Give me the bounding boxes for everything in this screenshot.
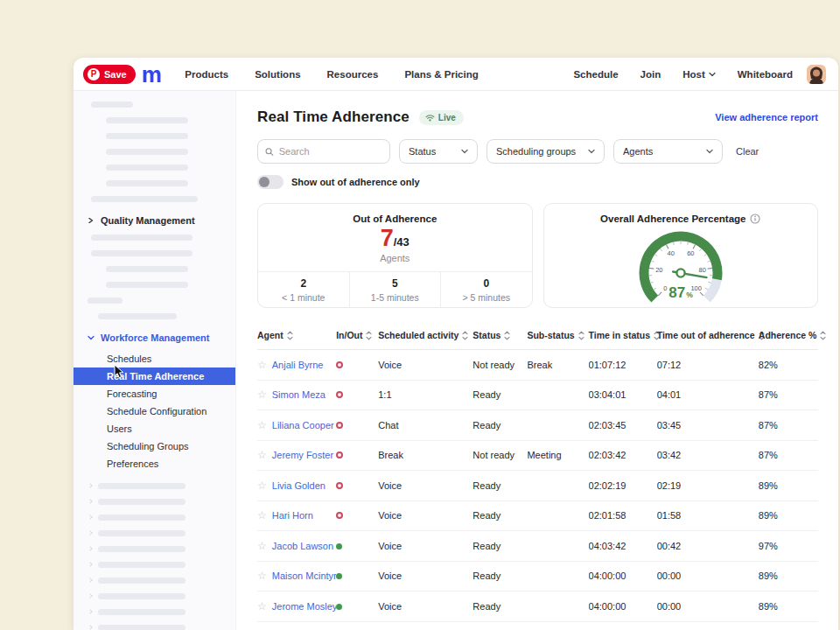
pinterest-save-button[interactable]: P Save <box>83 65 136 84</box>
column-header-label: Sub-status <box>527 330 574 340</box>
status-cell: Ready <box>472 561 527 592</box>
star-icon[interactable]: ☆ <box>257 480 267 491</box>
column-header-status[interactable]: Status <box>472 323 527 350</box>
in-adherence-dot <box>336 604 342 610</box>
agent-name-link[interactable]: Livia Golden <box>272 480 326 491</box>
time-in-status-cell: 02:03:45 <box>589 410 657 441</box>
status-cell: Ready <box>472 410 527 441</box>
star-icon[interactable]: ☆ <box>257 570 267 581</box>
status-dropdown[interactable]: Status <box>399 139 478 164</box>
agent-name-link[interactable]: Liliana Cooper <box>272 420 334 430</box>
nav-link-products[interactable]: Products <box>185 69 228 80</box>
status-cell: Ready <box>472 621 527 630</box>
primary-nav: ProductsSolutionsResourcesPlans & Pricin… <box>185 69 478 80</box>
in-out-cell <box>336 471 378 501</box>
star-icon[interactable]: ☆ <box>257 450 267 460</box>
star-icon[interactable]: ☆ <box>257 541 267 551</box>
sidebar-placeholder-bar <box>98 546 186 552</box>
clear-filters-button[interactable]: Clear <box>736 146 759 157</box>
agent-cell-wrapper: ☆Livia Golden <box>257 471 336 501</box>
out-of-adherence-toggle[interactable] <box>257 175 284 189</box>
sidebar-item-real-time-adherence[interactable]: Real Time Adherence <box>74 368 235 385</box>
dropdown-value: Status <box>409 146 436 157</box>
scheduled-activity-cell: Voice <box>378 500 472 531</box>
column-header-label: Adherence % <box>759 330 817 340</box>
scheduled-activity-cell: Chat <box>378 410 472 441</box>
agent-cell: ☆Jerome Mosley <box>257 601 331 612</box>
column-header-agent[interactable]: Agent <box>257 323 336 350</box>
brand-logo[interactable]: m <box>142 66 161 83</box>
column-header-inner: Adherence % <box>759 330 827 340</box>
column-header-sub-status[interactable]: Sub-status <box>527 323 588 350</box>
search-input-wrapper <box>257 139 390 164</box>
agent-name-link[interactable]: Jerome Mosley <box>272 601 336 612</box>
agent-name-link[interactable]: Maison Mcintyre <box>272 570 336 581</box>
sidebar-item-workforce-management[interactable]: Workforce Management <box>74 329 235 346</box>
sort-arrows-icon <box>820 331 826 340</box>
sidebar-item-quality-management[interactable]: Quality Management <box>74 212 235 229</box>
agent-name-link[interactable]: Simon Meza <box>272 389 326 400</box>
sidebar-placeholder-chevron <box>88 530 93 536</box>
out-of-adherence-dot <box>336 512 343 519</box>
column-header-adherence[interactable]: Adherence % <box>759 323 818 350</box>
column-header-label: In/Out <box>336 330 362 340</box>
info-icon[interactable] <box>750 214 760 224</box>
nav-link-resources[interactable]: Resources <box>327 69 379 80</box>
sidebar-placeholder-bar <box>106 149 188 155</box>
gauge-card-title: Overall Adherence Percentage <box>544 214 818 224</box>
sidebar-item-scheduling-groups[interactable]: Scheduling Groups <box>74 438 235 455</box>
table-row: ☆Maison McintyreVoiceReady04:00:0000:008… <box>257 561 818 592</box>
agent-name-link[interactable]: Jacob Lawson <box>272 541 333 551</box>
adherence-cell: 82% <box>759 350 818 381</box>
column-header-time-in-status[interactable]: Time in status <box>589 323 657 350</box>
nav-link-host[interactable]: Host <box>682 69 716 80</box>
star-icon[interactable]: ☆ <box>257 510 267 521</box>
sidebar-item-schedule-configuration[interactable]: Schedule Configuration <box>74 402 235 420</box>
table-row: ☆Simon Meza1:1Ready03:04:0104:0187% <box>257 380 818 410</box>
scheduling-groups-dropdown[interactable]: Scheduling groups <box>486 139 605 164</box>
sort-arrows-icon <box>366 331 372 340</box>
avatar[interactable] <box>807 65 826 84</box>
search-input[interactable] <box>279 146 382 157</box>
sidebar-item-users[interactable]: Users <box>74 420 235 438</box>
star-icon[interactable]: ☆ <box>257 389 267 400</box>
agent-name-link[interactable]: Anjali Byrne <box>272 360 324 370</box>
dropdown-value: Scheduling groups <box>496 146 576 157</box>
star-icon[interactable]: ☆ <box>257 360 267 370</box>
adherence-cell: 97% <box>759 531 818 562</box>
column-header-time-out-of-adherence[interactable]: Time out of adherence <box>657 323 759 350</box>
out-stat-5-minutes: 0> 5 minutes <box>440 272 532 308</box>
nav-link-solutions[interactable]: Solutions <box>255 69 300 80</box>
sub-status-cell <box>527 380 588 410</box>
live-badge-label: Live <box>438 113 456 122</box>
view-adherence-report-link[interactable]: View adherence report <box>715 112 818 122</box>
agents-dropdown[interactable]: Agents <box>613 139 723 164</box>
column-header-label: Status <box>472 330 500 340</box>
star-icon[interactable]: ☆ <box>257 420 267 430</box>
adherence-cell: 89% <box>759 471 818 501</box>
agent-name-link[interactable]: Hari Horn <box>272 510 313 521</box>
sidebar-placeholder-chevron <box>88 514 93 520</box>
agent-cell-wrapper: ☆Jerome Mosley <box>257 592 336 622</box>
sidebar-item-schedules[interactable]: Schedules <box>74 350 235 368</box>
nav-link-plans-pricing[interactable]: Plans & Pricing <box>404 69 478 80</box>
column-header-in-out[interactable]: In/Out <box>336 323 378 350</box>
scheduled-activity-cell: Voice <box>378 592 472 622</box>
star-icon[interactable]: ☆ <box>257 601 267 612</box>
agent-cell: ☆Liliana Cooper <box>257 420 331 430</box>
nav-link-schedule[interactable]: Schedule <box>573 69 618 80</box>
sidebar-placeholder-bar <box>98 625 186 630</box>
sidebar-placeholder-bar <box>98 578 186 584</box>
sidebar-item-preferences[interactable]: Preferences <box>74 455 235 472</box>
in-out-cell <box>336 592 378 622</box>
agent-name-link[interactable]: Jeremy Foster <box>272 450 333 460</box>
sidebar-placeholder-chevron <box>88 499 93 504</box>
in-out-cell <box>336 410 378 441</box>
sidebar-placeholder-bar <box>98 514 186 521</box>
nav-link-join[interactable]: Join <box>640 69 662 80</box>
nav-link-whiteboard[interactable]: Whiteboard <box>738 69 793 80</box>
column-header-scheduled-activity[interactable]: Scheduled activity <box>378 323 472 350</box>
sidebar-item-forecasting[interactable]: Forecasting <box>74 385 235 402</box>
adherence-cell: 89% <box>759 592 818 622</box>
sort-arrows-icon <box>578 331 584 340</box>
